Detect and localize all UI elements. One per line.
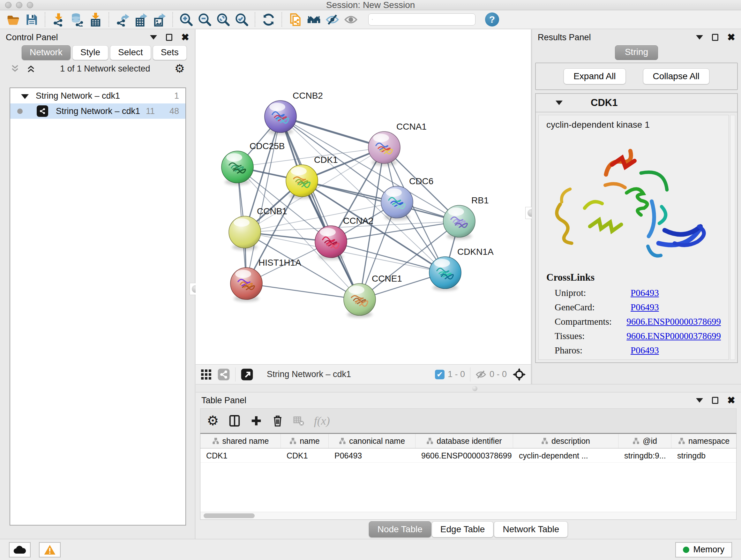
crosslink-link[interactable]: 9606.ENSP00000378699 <box>626 331 721 341</box>
table-horizontal-scrollbar[interactable] <box>200 512 736 519</box>
results-scrollbar[interactable] <box>730 115 735 360</box>
network-edge[interactable] <box>302 181 459 221</box>
tab-style[interactable]: Style <box>72 45 108 60</box>
network-node-CDK1[interactable]: CDK1 <box>286 155 338 199</box>
control-panel-float-button[interactable] <box>166 34 172 41</box>
control-panel-menu-button[interactable] <box>150 35 157 40</box>
open-session-button[interactable] <box>4 11 22 27</box>
network-node-CCNE1[interactable]: CCNE1 <box>344 273 402 318</box>
network-node-CCNB1[interactable]: CCNB1 <box>229 206 287 250</box>
create-column-button[interactable] <box>250 415 262 427</box>
network-edge[interactable] <box>280 117 384 147</box>
table-options-button[interactable]: ⚙ <box>207 415 219 427</box>
network-graph[interactable]: CCNB2CCNA1CDC25BCDK1CDC6RB1CCNB1CCNA2CDK… <box>196 29 531 364</box>
delete-table-button[interactable] <box>293 415 305 427</box>
import-network-from-database-button[interactable] <box>68 11 86 27</box>
duplicate-network-button[interactable] <box>286 11 305 27</box>
control-panel-close-button[interactable]: ✖ <box>181 34 189 41</box>
table-row[interactable]: CDK1 CDK1 P06493 9606.ENSP00000378699 cy… <box>200 449 736 462</box>
column-header[interactable]: database identifier <box>415 434 513 448</box>
network-node-CCNA1[interactable]: CCNA1 <box>368 122 427 166</box>
expand-all-button[interactable]: Expand All <box>563 68 625 84</box>
show-all-button[interactable] <box>341 11 360 27</box>
hide-selected-button[interactable] <box>323 11 341 27</box>
cloud-button[interactable] <box>9 542 30 557</box>
warnings-button[interactable] <box>39 542 61 557</box>
export-image-button[interactable] <box>150 11 169 27</box>
column-header[interactable]: name <box>281 434 329 448</box>
function-builder-button[interactable]: f(x) <box>314 414 330 428</box>
grid-view-button[interactable] <box>200 368 212 381</box>
horizontal-divider[interactable] <box>196 384 741 392</box>
column-header[interactable]: namespace <box>671 434 736 448</box>
close-icon: ✖ <box>727 34 735 41</box>
import-network-button[interactable] <box>49 11 68 27</box>
export-network-button[interactable] <box>113 11 131 27</box>
memory-button[interactable]: Memory <box>675 542 732 557</box>
crosslink-link[interactable]: P06493 <box>630 345 659 356</box>
network-node-CDC25B[interactable]: CDC25B <box>221 141 285 185</box>
tab-sets[interactable]: Sets <box>153 45 187 60</box>
network-node-CDKN1A[interactable]: CDKN1A <box>429 247 494 291</box>
table-panel-menu-button[interactable] <box>696 398 703 402</box>
tab-network[interactable]: Network <box>22 45 71 60</box>
network-edge[interactable] <box>246 284 360 300</box>
refresh-button[interactable] <box>259 11 278 27</box>
scrollbar-thumb[interactable] <box>204 513 255 518</box>
selected-count-group: ✔ 1 - 0 <box>435 369 465 379</box>
selected-checkbox-icon[interactable]: ✔ <box>435 370 445 379</box>
zoom-fit-button[interactable] <box>214 11 232 27</box>
expand-all-networks-button[interactable] <box>26 64 36 73</box>
attribute-tree-icon <box>426 437 433 444</box>
protein-section-header[interactable]: CDK1 <box>536 94 737 112</box>
fit-selected-button[interactable] <box>512 367 527 382</box>
network-edge[interactable] <box>280 117 360 300</box>
zoom-in-button[interactable] <box>177 11 195 27</box>
tab-select[interactable]: Select <box>110 45 151 60</box>
homes-button[interactable] <box>305 11 323 27</box>
network-node-CCNB2[interactable]: CCNB2 <box>265 91 323 135</box>
save-session-button[interactable] <box>22 11 41 27</box>
search-input[interactable] <box>373 15 472 24</box>
table-panel-float-button[interactable] <box>712 397 718 404</box>
crosslink-link[interactable]: P06493 <box>630 302 659 313</box>
table-panel-close-button[interactable]: ✖ <box>727 397 735 404</box>
collapse-all-button[interactable]: Collapse All <box>643 68 710 84</box>
node-label-CDC25B: CDC25B <box>250 141 285 151</box>
tab-node-table[interactable]: Node Table <box>369 521 431 537</box>
column-header[interactable]: @id <box>618 434 671 448</box>
results-panel-float-button[interactable] <box>712 34 718 41</box>
network-options-button[interactable]: ⚙ <box>175 63 185 74</box>
import-table-button[interactable] <box>86 11 105 27</box>
network-node-CDC6[interactable]: CDC6 <box>381 176 433 220</box>
export-table-button[interactable] <box>131 11 150 27</box>
cloud-icon <box>13 545 26 555</box>
zoom-out-button[interactable] <box>195 11 214 27</box>
results-panel-menu-button[interactable] <box>696 35 703 40</box>
protein-description: cyclin-dependent kinase 1 <box>546 120 721 130</box>
results-panel-close-button[interactable]: ✖ <box>727 34 735 41</box>
help-button[interactable]: ? <box>485 12 499 26</box>
disclosure-triangle-icon[interactable] <box>556 101 562 105</box>
disclosure-triangle-icon[interactable] <box>21 94 29 99</box>
crosslink-link[interactable]: 9606.ENSP00000378699 <box>626 316 721 327</box>
network-collection-row[interactable]: String Network – cdk1 1 <box>10 88 185 104</box>
network-node-RB1[interactable]: RB1 <box>443 195 488 240</box>
homes-icon <box>307 13 321 26</box>
delete-column-button[interactable] <box>272 415 283 427</box>
crosslink-link[interactable]: P06493 <box>630 288 659 298</box>
tab-edge-table[interactable]: Edge Table <box>432 521 494 537</box>
tab-string[interactable]: String <box>615 45 658 60</box>
column-header[interactable]: description <box>513 434 618 448</box>
column-header[interactable]: shared name <box>200 434 281 448</box>
network-canvas[interactable]: CCNB2CCNA1CDC25BCDK1CDC6RB1CCNB1CCNA2CDK… <box>196 29 531 364</box>
network-row-selected[interactable]: String Network – cdk1 11 48 <box>10 104 185 119</box>
zoom-selected-button[interactable] <box>232 11 251 27</box>
show-columns-button[interactable] <box>228 415 241 427</box>
birdseye-view-button[interactable] <box>241 368 253 381</box>
collapse-all-networks-button[interactable] <box>10 64 20 73</box>
tab-network-table[interactable]: Network Table <box>494 521 568 537</box>
column-header[interactable]: canonical name <box>329 434 415 448</box>
network-node-HIST1H1A[interactable]: HIST1H1A <box>230 258 301 302</box>
network-view-button[interactable] <box>217 368 230 381</box>
